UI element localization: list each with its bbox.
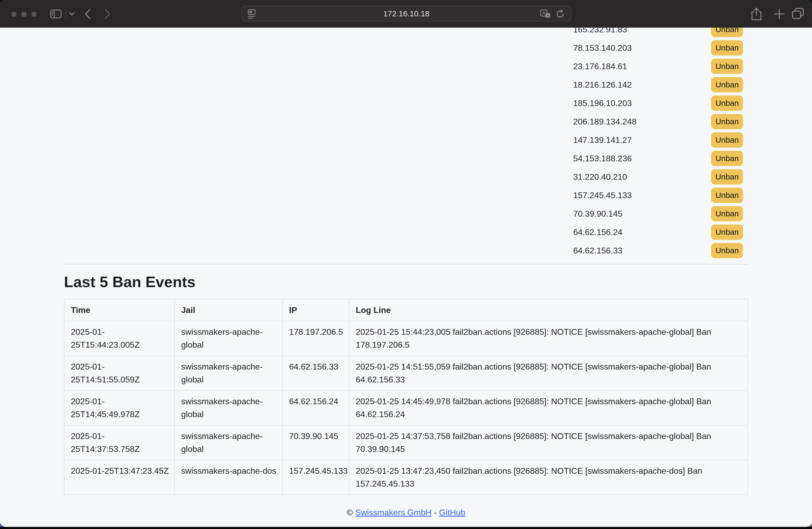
table-header-row: Time Jail IP Log Line: [64, 299, 748, 321]
banned-ip: 206.189.134.248: [573, 117, 636, 127]
event-ip: 64.62.156.24: [282, 391, 349, 425]
event-jail: swissmakers-apache-global: [175, 356, 282, 391]
unban-button[interactable]: Unban: [711, 188, 743, 203]
banned-ip-row: 18.216.126.142 Unban: [64, 75, 748, 94]
browser-toolbar: 172.16.10.18 A x: [0, 0, 812, 28]
banned-ip: 64.62.156.24: [573, 227, 622, 237]
toolbar-separator: [66, 8, 66, 19]
table-row: 2025-01-25T15:44:23.005Z swissmakers-apa…: [64, 321, 748, 356]
event-log: 2025-01-25 14:51:55,059 fail2ban.actions…: [349, 356, 748, 391]
section-divider: [64, 264, 748, 265]
event-ip: 178.197.206.5: [282, 321, 349, 356]
event-jail: swissmakers-apache-global: [175, 321, 282, 356]
unban-button[interactable]: Unban: [711, 206, 743, 221]
banned-ip-row: 64.62.156.24 Unban: [64, 223, 748, 241]
table-row: 2025-01-25T13:47:23.45Z swissmakers-apac…: [64, 460, 748, 495]
chevron-down-icon[interactable]: [69, 12, 74, 16]
event-log: 2025-01-25 14:37:53,758 fail2ban.actions…: [349, 425, 748, 460]
banned-ip: 78.153.140.203: [573, 43, 632, 53]
column-header-ip: IP: [282, 299, 349, 321]
event-ip: 157.245.45.133: [282, 460, 349, 495]
banned-ip: 64.62.156.33: [573, 246, 622, 255]
page-footer: © Swissmakers GmbH - GitHub: [64, 508, 748, 517]
unban-button[interactable]: Unban: [711, 151, 743, 166]
unban-button[interactable]: Unban: [711, 59, 743, 74]
traffic-light-zoom-button[interactable]: [31, 12, 37, 17]
github-link[interactable]: GitHub: [439, 508, 465, 517]
banned-ip-row: 206.189.134.248 Unban: [64, 112, 748, 131]
column-header-time: Time: [64, 299, 175, 321]
banned-ip: 70.39.90.145: [573, 209, 622, 219]
banned-ip: 23.176.184.61: [573, 62, 627, 71]
translate-icon[interactable]: A x: [540, 10, 550, 18]
banned-ip-row: 157.245.45.133 Unban: [64, 186, 748, 205]
sidebar-icon[interactable]: [50, 10, 62, 18]
banned-ip-row: 70.39.90.145 Unban: [64, 205, 748, 223]
event-time: 2025-01-25T14:45:49.978Z: [64, 391, 175, 425]
address-bar[interactable]: 172.16.10.18 A x: [242, 6, 571, 21]
copyright-symbol: ©: [347, 508, 353, 517]
event-time: 2025-01-25T15:44:23.005Z: [64, 321, 175, 356]
banned-ip-row: 78.153.140.203 Unban: [64, 39, 748, 57]
unban-button[interactable]: Unban: [711, 40, 743, 56]
forward-icon[interactable]: [104, 9, 111, 19]
event-log: 2025-01-25 13:47:23,450 fail2ban.actions…: [349, 460, 748, 495]
column-header-jail: Jail: [175, 299, 282, 321]
banned-ip-list: 165.232.91.83 Unban 78.153.140.203 Unban…: [64, 20, 748, 260]
event-log: 2025-01-25 14:45:49,978 fail2ban.actions…: [349, 391, 748, 425]
fail2ban-page: 165.232.91.83 Unban 78.153.140.203 Unban…: [0, 0, 812, 517]
desktop-bottom-edge: [0, 527, 812, 529]
banned-ip-row: 31.220.40.210 Unban: [64, 168, 748, 186]
traffic-light-minimize-button[interactable]: [21, 12, 27, 17]
event-jail: swissmakers-apache-global: [175, 391, 282, 425]
table-row: 2025-01-25T14:37:53.758Z swissmakers-apa…: [64, 425, 748, 460]
url-text[interactable]: 172.16.10.18: [242, 6, 571, 21]
table-row: 2025-01-25T14:51:55.059Z swissmakers-apa…: [64, 356, 748, 391]
unban-button[interactable]: Unban: [711, 114, 743, 129]
event-time: 2025-01-25T13:47:23.45Z: [64, 460, 175, 495]
svg-text:x: x: [547, 13, 549, 17]
event-time: 2025-01-25T14:37:53.758Z: [64, 425, 175, 460]
banned-ip-row: 185.196.10.203 Unban: [64, 94, 748, 112]
unban-button[interactable]: Unban: [711, 243, 743, 258]
event-log: 2025-01-25 15:44:23,005 fail2ban.actions…: [349, 321, 748, 356]
event-jail: swissmakers-apache-dos: [175, 460, 282, 495]
tabs-overview-icon[interactable]: [792, 8, 805, 20]
share-icon[interactable]: [751, 8, 762, 20]
banned-ip-row: 147.139.141.27 Unban: [64, 131, 748, 149]
table-row: 2025-01-25T14:45:49.978Z swissmakers-apa…: [64, 391, 748, 425]
event-ip: 64.62.156.33: [282, 356, 349, 391]
events-section-title: Last 5 Ban Events: [64, 273, 748, 291]
event-time: 2025-01-25T14:51:55.059Z: [64, 356, 175, 391]
banned-ip: 185.196.10.203: [573, 99, 632, 108]
banned-ip: 157.245.45.133: [573, 191, 632, 200]
column-header-logline: Log Line: [349, 299, 748, 321]
banned-ip: 31.220.40.210: [573, 172, 627, 182]
unban-button[interactable]: Unban: [711, 169, 743, 185]
company-link[interactable]: Swissmakers GmbH: [355, 508, 432, 517]
banned-ip-row: 23.176.184.61 Unban: [64, 57, 748, 75]
unban-button[interactable]: Unban: [711, 95, 743, 111]
svg-text:A: A: [542, 11, 545, 16]
traffic-light-close-button[interactable]: [11, 12, 17, 17]
banned-ip: 147.139.141.27: [573, 135, 632, 145]
banned-ip-row: 54.153.188.236 Unban: [64, 149, 748, 168]
reload-icon[interactable]: [556, 10, 565, 18]
banned-ip-row: 64.62.156.33 Unban: [64, 241, 748, 260]
event-jail: swissmakers-apache-global: [175, 425, 282, 460]
browser-window: 172.16.10.18 A x: [0, 0, 812, 527]
ban-events-table: Time Jail IP Log Line 2025-01-25T15:44:2…: [64, 299, 748, 495]
back-icon[interactable]: [85, 9, 91, 19]
unban-button[interactable]: Unban: [711, 132, 743, 148]
banned-ip: 18.216.126.142: [573, 80, 632, 90]
banned-ip: 54.153.188.236: [573, 154, 632, 163]
unban-button[interactable]: Unban: [711, 224, 743, 240]
event-ip: 70.39.90.145: [282, 425, 349, 460]
unban-button[interactable]: Unban: [711, 77, 743, 92]
footer-separator: -: [434, 508, 437, 517]
new-tab-icon[interactable]: [773, 8, 785, 20]
